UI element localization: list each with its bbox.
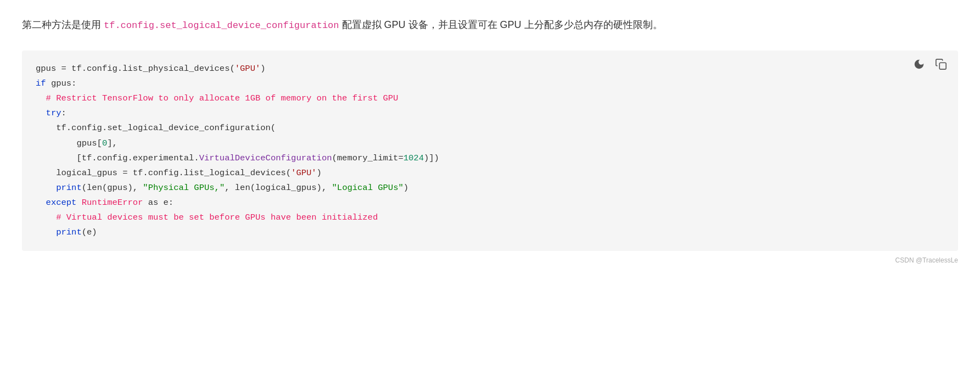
code-token: gpus = tf.config.list_physical_devices( [36,64,235,74]
code-token: 1024 [404,153,424,163]
code-token: print [56,183,82,193]
code-line: try: [36,106,944,121]
code-line: gpus = tf.config.list_physical_devices('… [36,62,944,76]
code-line: logical_gpus = tf.config.list_logical_de… [36,166,944,181]
code-token: (e) [82,227,97,237]
description-prefix: 第二种方法是使用 [22,19,104,30]
description-paragraph: 第二种方法是使用 tf.config.set_logical_device_co… [22,16,958,34]
code-block-container: gpus = tf.config.list_physical_devices('… [22,51,958,252]
code-token: , len(logical_gpus), [225,183,332,193]
description-suffix: 配置虚拟 GPU 设备，并且设置可在 GPU 上分配多少总内存的硬性限制。 [339,19,663,30]
code-token: as e: [143,198,173,208]
code-token: 0 [102,138,107,148]
code-line: gpus[0], [36,136,944,151]
code-token: # Virtual devices must be set before GPU… [56,213,378,222]
code-token: except [46,198,77,208]
code-token: gpus[ [36,138,102,148]
code-token: 'GPU' [235,64,261,74]
code-token: logical_gpus = tf.config.list_logical_de… [36,168,291,178]
code-token: ) [317,168,322,178]
watermark: CSDN @TracelessLe [22,256,958,264]
code-token: 'GPU' [291,168,317,178]
copy-icon[interactable] [934,57,948,71]
code-line: if gpus: [36,76,944,91]
code-token: ) [260,64,265,74]
code-token: VirtualDeviceConfiguration [199,153,332,163]
code-token: gpus: [46,79,77,88]
code-token: if [36,79,46,88]
code-line: print(len(gpus), "Physical GPUs,", len(l… [36,181,944,195]
code-token: ], [107,138,117,148]
code-token: RuntimeError [82,198,143,208]
code-token: (memory_limit= [332,153,404,163]
code-token [36,213,56,222]
code-content: gpus = tf.config.list_physical_devices('… [36,62,944,241]
code-line: tf.config.set_logical_device_configurati… [36,121,944,136]
code-token: [tf.config.experimental. [36,153,199,163]
code-token [36,108,46,118]
code-token: (len(gpus), [82,183,143,193]
code-token [36,183,56,193]
code-token [36,198,46,208]
code-token: try [46,108,61,118]
code-token: "Logical GPUs" [332,183,404,193]
code-token: : [61,108,66,118]
code-token: print [56,227,82,237]
code-line: # Virtual devices must be set before GPU… [36,210,944,225]
page-wrapper: 第二种方法是使用 tf.config.set_logical_device_co… [0,0,980,380]
theme-toggle-icon[interactable] [912,57,926,71]
code-token: "Physical GPUs," [143,183,225,193]
code-token: ) [404,183,408,193]
watermark-text: CSDN @TracelessLe [895,256,958,264]
inline-code-highlight: tf.config.set_logical_device_configurati… [104,20,339,31]
code-token: # Restrict TensorFlow to only allocate 1… [46,93,399,103]
code-token: tf.config.set_logical_device_configurati… [36,123,276,133]
code-token: )]) [424,153,439,163]
code-token [36,93,46,103]
code-line: except RuntimeError as e: [36,195,944,210]
code-line: [tf.config.experimental.VirtualDeviceCon… [36,151,944,166]
code-token [36,227,56,237]
svg-rect-0 [939,63,946,69]
code-block-actions [912,57,948,71]
code-token [76,198,81,208]
code-line: print(e) [36,225,944,240]
code-line: # Restrict TensorFlow to only allocate 1… [36,91,944,106]
